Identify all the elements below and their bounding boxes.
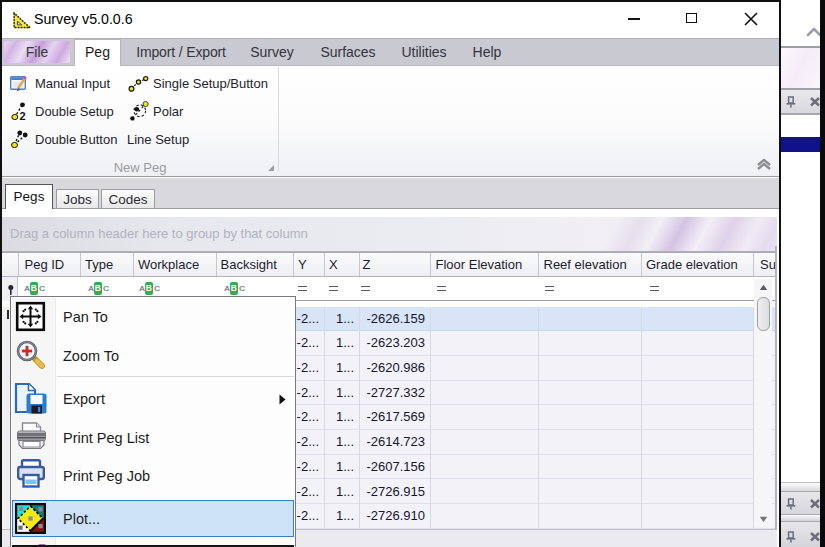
svg-text:2: 2 <box>20 110 26 121</box>
